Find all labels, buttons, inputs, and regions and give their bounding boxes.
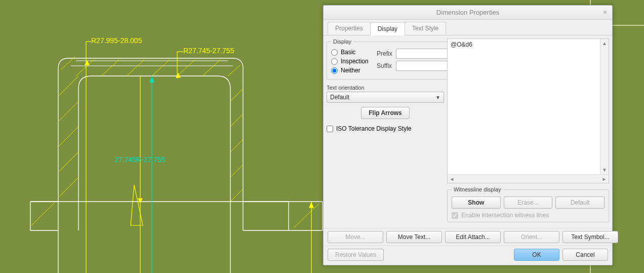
dimension-label-2: R27.745-27.755 xyxy=(183,47,234,55)
dialog-titlebar[interactable]: Dimension Properties × xyxy=(324,6,612,20)
horizontal-scrollbar[interactable]: ◄ ► xyxy=(448,174,609,183)
prefix-label: Prefix xyxy=(377,50,394,57)
iso-tolerance-checkbox[interactable] xyxy=(327,126,333,132)
restore-values-button[interactable]: Restore Values xyxy=(328,249,384,261)
text-orientation-select[interactable]: Default ▼ xyxy=(327,92,444,103)
flip-arrows-button[interactable]: Flip Arrows xyxy=(361,107,410,119)
move-button[interactable]: Move... xyxy=(328,231,383,243)
scroll-up-arrow-icon[interactable]: ▲ xyxy=(600,39,609,48)
radio-neither-label: Neither xyxy=(341,67,360,74)
witnessline-group: Witnessline display Show Erase... Defaul… xyxy=(447,186,609,222)
text-symbol-button[interactable]: Text Symbol... xyxy=(562,231,618,243)
svg-line-1 xyxy=(58,101,78,122)
preview-area[interactable]: @O&d6 ▲ ▼ ◄ ► xyxy=(447,38,609,183)
svg-line-8 xyxy=(101,60,119,76)
svg-line-18 xyxy=(230,189,243,202)
svg-line-19 xyxy=(294,204,319,228)
tab-properties[interactable]: Properties xyxy=(328,22,371,35)
edit-attach-button[interactable]: Edit Attach... xyxy=(445,231,501,243)
move-text-button[interactable]: Move Text... xyxy=(386,231,442,243)
vertical-scrollbar[interactable]: ▲ ▼ xyxy=(600,39,609,174)
witnessline-legend: Witnessline display xyxy=(452,186,503,192)
witness-erase-button[interactable]: Erase... xyxy=(504,197,553,209)
orient-button[interactable]: Orient... xyxy=(504,231,559,243)
dialog-title: Dimension Properties xyxy=(436,9,499,16)
witness-show-button[interactable]: Show xyxy=(452,197,501,209)
iso-tolerance-label: ISO Tolerance Display Style xyxy=(336,125,412,132)
preview-text: @O&d6 xyxy=(451,41,472,48)
svg-line-0 xyxy=(58,76,78,96)
suffix-label: Suffix xyxy=(377,62,394,69)
radio-inspection[interactable] xyxy=(331,58,338,65)
close-icon[interactable]: × xyxy=(601,8,609,16)
svg-line-15 xyxy=(230,114,243,127)
dimension-label-ref: 27.745R-27.755 xyxy=(114,155,166,164)
intersection-witness-label: Enable intersection witness lines xyxy=(461,212,549,219)
scroll-right-arrow-icon[interactable]: ► xyxy=(600,175,609,183)
scroll-down-arrow-icon[interactable]: ▼ xyxy=(600,166,609,174)
svg-line-3 xyxy=(58,152,78,172)
svg-line-17 xyxy=(230,165,243,177)
cancel-button[interactable]: Cancel xyxy=(562,249,608,261)
svg-line-14 xyxy=(230,89,243,101)
svg-line-11 xyxy=(177,60,195,76)
chevron-down-icon: ▼ xyxy=(435,95,440,100)
radio-neither[interactable] xyxy=(331,67,338,74)
tab-display[interactable]: Display xyxy=(370,22,405,35)
dimension-properties-dialog: Dimension Properties × Properties Displa… xyxy=(323,5,613,265)
svg-line-4 xyxy=(58,177,78,198)
radio-inspection-label: Inspection xyxy=(341,58,369,65)
text-orientation-label: Text orientation xyxy=(327,85,444,91)
svg-line-10 xyxy=(152,60,170,76)
svg-line-9 xyxy=(127,60,144,76)
intersection-witness-checkbox xyxy=(452,212,458,219)
tab-text-style[interactable]: Text Style xyxy=(405,22,446,35)
dimension-label-1: R27.995-28.005 xyxy=(91,36,142,45)
svg-line-6 xyxy=(61,57,75,70)
svg-line-2 xyxy=(58,127,78,147)
witness-default-button[interactable]: Default xyxy=(555,197,605,209)
svg-line-5 xyxy=(31,203,55,225)
svg-line-16 xyxy=(230,139,243,152)
display-group-legend: Display xyxy=(331,38,353,45)
radio-basic-label: Basic xyxy=(341,49,355,56)
tab-row: Properties Display Text Style xyxy=(324,20,612,35)
text-orientation-value: Default xyxy=(330,94,349,101)
scroll-left-arrow-icon[interactable]: ◄ xyxy=(448,175,456,183)
radio-basic[interactable] xyxy=(331,49,338,56)
svg-line-7 xyxy=(76,60,94,76)
svg-line-12 xyxy=(203,60,220,76)
svg-line-13 xyxy=(228,65,240,76)
ok-button[interactable]: OK xyxy=(514,249,559,261)
